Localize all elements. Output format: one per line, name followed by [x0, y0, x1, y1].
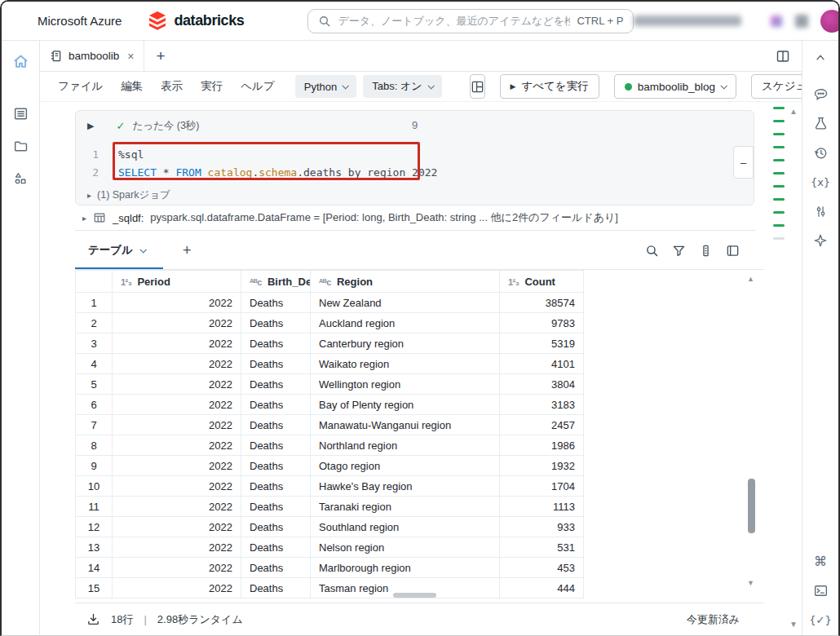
code-text: %sql [118, 146, 144, 164]
side-panel-icon[interactable] [726, 244, 740, 258]
dataframe-table-icon [93, 211, 106, 224]
scroll-up-arrow[interactable]: ▲ [747, 275, 754, 283]
table-row[interactable]: 82022DeathsNorthland region1986 [76, 435, 584, 456]
code-editor[interactable]: 1%sql2SELECT * FROM catalog.schema.death… [76, 140, 754, 185]
databricks-logo[interactable]: databricks [148, 11, 244, 31]
expand-arrow-icon[interactable]: ▸ [82, 214, 86, 223]
workspace-list-icon[interactable] [11, 104, 29, 122]
menu-item-2[interactable]: 表示 [153, 75, 190, 98]
filter-icon[interactable] [672, 244, 686, 258]
comments-icon[interactable] [811, 85, 829, 103]
cell-region: Nelson region [311, 537, 500, 558]
run-all-button[interactable]: ▶ すべてを実行 [500, 74, 599, 99]
data-profile-icon[interactable] [699, 244, 713, 258]
cell-count: 1704 [500, 476, 584, 497]
column-header-count[interactable]: 1²₃Count [500, 271, 584, 293]
table-row[interactable]: 102022DeathsHawke's Bay region1704 [76, 476, 584, 497]
folder-icon[interactable] [11, 137, 29, 155]
split-view-icon[interactable] [776, 49, 790, 64]
environment-sliders-icon[interactable] [811, 202, 829, 220]
download-icon[interactable] [86, 612, 100, 626]
cell-count: 1113 [500, 497, 584, 517]
tabs-toggle[interactable]: Tabs: オン [363, 75, 441, 98]
expand-arrow-icon[interactable]: ▸ [87, 191, 91, 200]
format-check-icon[interactable]: {✓} [811, 611, 829, 629]
table-row[interactable]: 112022DeathsTaranaki region1113 [76, 497, 584, 517]
minimap-dash-executed [773, 146, 785, 148]
shortcuts-command-icon[interactable]: ⌘ [811, 552, 829, 570]
language-selector[interactable]: Python [295, 75, 356, 98]
assistant-sparkle-icon[interactable] [811, 232, 829, 250]
cell-count: 444 [500, 578, 584, 598]
home-icon[interactable] [11, 52, 29, 70]
table-row[interactable]: 32022DeathsCanterbury region5319 [76, 333, 584, 354]
table-row[interactable]: 52022DeathsWellington region3804 [76, 374, 584, 395]
redacted-icon[interactable] [771, 15, 782, 27]
new-tab-button[interactable]: + [144, 41, 176, 71]
close-tab-icon[interactable]: × [127, 50, 134, 63]
table-row[interactable]: 12022DeathsNew Zealand38574 [76, 293, 584, 313]
table-row[interactable]: 132022DeathsNelson region531 [76, 537, 584, 558]
cell-period: 2022 [113, 537, 241, 558]
table-row[interactable]: 152022DeathsTasman region444 [76, 578, 584, 598]
horizontal-scrollbar-thumb[interactable] [393, 593, 436, 598]
variables-icon[interactable]: {x} [811, 173, 829, 191]
notebook-scroll-down-arrow[interactable]: ▼ [789, 620, 798, 629]
cell-birth_death: Deaths [241, 313, 311, 333]
cell-region: Auckland region [311, 313, 500, 333]
menu-item-3[interactable]: 実行 [193, 75, 230, 98]
table-row[interactable]: 22022DeathsAuckland region9783 [76, 313, 584, 333]
search-placeholder: データ、ノートブック、最近のアイテムなどを検... [338, 14, 570, 29]
cluster-selector[interactable]: bamboolib_blog [614, 74, 736, 99]
global-search-input[interactable]: データ、ノートブック、最近のアイテムなどを検... CTRL + P [307, 9, 634, 33]
menu-item-4[interactable]: ヘルプ [233, 75, 281, 98]
cell-count: 453 [500, 558, 584, 578]
table-row[interactable]: 142022DeathsMarlborough region453 [76, 558, 584, 578]
add-visualization-button[interactable]: + [170, 232, 205, 269]
row-number: 14 [76, 558, 113, 578]
row-number: 4 [76, 354, 113, 374]
layout-grid-icon [471, 80, 484, 94]
run-cell-icon[interactable]: ▶ [87, 121, 94, 131]
scroll-down-arrow[interactable]: ▼ [747, 579, 754, 587]
version-history-icon[interactable] [811, 144, 829, 161]
table-row[interactable]: 62022DeathsBay of Plenty region3183 [76, 395, 584, 415]
redacted-icon[interactable] [795, 15, 808, 28]
menu-item-1[interactable]: 編集 [113, 75, 150, 98]
table-row[interactable]: 42022DeathsWaikato region4101 [76, 354, 584, 374]
column-header-period[interactable]: 1²₃Period [113, 271, 241, 293]
workspace-name-redacted[interactable] [634, 15, 741, 26]
row-count: 18行 [111, 612, 133, 627]
minimap-dash-executed [773, 159, 785, 161]
tab-table[interactable]: テーブル [75, 232, 163, 269]
layout-grid-button[interactable] [470, 74, 485, 99]
user-avatar[interactable] [820, 10, 840, 33]
column-header-region[interactable]: ᴬᴮᴄRegion [311, 271, 500, 293]
menu-item-0[interactable]: ファイル [51, 75, 110, 98]
runtime: 2.98秒ランタイム [157, 612, 243, 627]
code-line[interactable]: 2SELECT * FROM catalog.schema.deaths_by_… [76, 164, 754, 182]
catalog-shapes-icon[interactable] [11, 170, 29, 188]
collapse-panel-icon[interactable] [811, 49, 829, 67]
row-number: 8 [76, 435, 113, 456]
experiments-icon[interactable] [811, 114, 829, 132]
main-content: bamboolib × + ファイル編集表示実行ヘルプ Python [40, 41, 802, 635]
code-cell[interactable]: ▶ ✓ たった今 (3秒) 9 1%sql2SELECT * FROM cata… [75, 110, 754, 205]
vertical-scrollbar-thumb[interactable] [748, 479, 755, 533]
table-row[interactable]: 72022DeathsManawatu-Wanganui region2457 [76, 415, 584, 435]
column-header-birth_death[interactable]: ᴬᴮᴄBirth_Death [241, 271, 311, 293]
row-number: 1 [76, 293, 113, 313]
row-number: 15 [76, 578, 113, 598]
notebook-scroll-up-arrow[interactable]: ▲ [789, 107, 798, 116]
row-number: 6 [76, 395, 113, 415]
tab-bamboolib[interactable]: bamboolib × [40, 41, 144, 71]
sqldf-result-row[interactable]: ▸ _sqldf: pyspark.sql.dataframe.DataFram… [75, 205, 756, 231]
code-line[interactable]: 1%sql [76, 146, 754, 164]
spark-jobs-row[interactable]: ▸ (1) Sparkジョブ [76, 185, 754, 205]
cell-collapse-handle[interactable]: – [733, 146, 754, 179]
table-row[interactable]: 92022DeathsOtago region1932 [76, 456, 584, 476]
terminal-icon[interactable] [811, 581, 829, 599]
search-results-icon[interactable] [645, 244, 659, 258]
table-row[interactable]: 122022DeathsSouthland region933 [76, 517, 584, 537]
chevron-down-icon [720, 82, 727, 89]
